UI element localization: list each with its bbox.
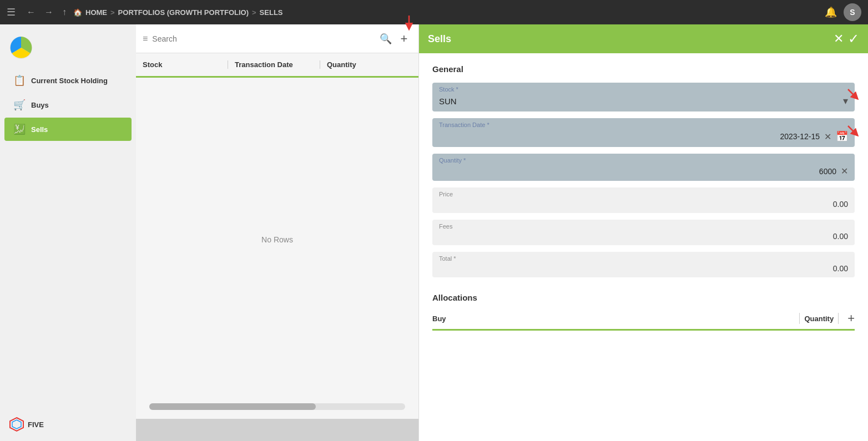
menu-icon[interactable]: ☰ — [7, 6, 16, 18]
fees-field: Fees 0.00 — [432, 220, 855, 245]
table-footer — [136, 419, 418, 441]
allocations-section: Allocations Buy Quantity + — [432, 293, 855, 331]
svg-line-5 — [848, 126, 856, 134]
sidebar-item-current-stock[interactable]: 📋 Current Stock Holding — [4, 69, 132, 92]
sidebar-label-current-stock: Current Stock Holding — [31, 77, 108, 85]
price-field: Price 0.00 — [432, 187, 855, 213]
sidebar-item-buys[interactable]: 🛒 Buys — [4, 93, 132, 116]
sidebar-logo — [0, 30, 136, 69]
breadcrumb-sep-2: > — [252, 8, 256, 17]
stock-label: Stock * — [439, 86, 848, 93]
list-panel: ≡ 🔍 + Stock Transaction Date Quantity No… — [136, 24, 419, 441]
fees-label: Fees — [439, 223, 848, 230]
add-arrow-indicator — [401, 14, 417, 31]
up-button[interactable]: ↑ — [60, 5, 69, 19]
scrollbar-area — [136, 401, 418, 419]
total-value: 0.00 — [439, 264, 848, 273]
price-value: 0.00 — [439, 200, 848, 209]
alloc-divider — [799, 313, 800, 324]
table-body: No Rows — [136, 78, 418, 401]
alloc-quantity-label: Quantity — [804, 315, 834, 323]
sells-breadcrumb-label[interactable]: SELLS — [260, 8, 283, 17]
quantity-value: 6000 — [439, 167, 836, 176]
back-button[interactable]: ← — [24, 5, 38, 19]
sidebar-item-sells[interactable]: 💹 Sells — [4, 118, 132, 141]
home-label[interactable]: HOME — [85, 8, 107, 17]
quantity-label: Quantity * — [439, 157, 848, 164]
alloc-buy-label: Buy — [432, 315, 795, 323]
col-quantity: Quantity — [320, 60, 412, 69]
app-logo — [9, 36, 33, 60]
five-logo: FIVE — [9, 417, 127, 432]
breadcrumb: 🏠 HOME > PORTFOLIOS (GROWTH PORTFOLIO) >… — [73, 8, 283, 17]
col-date: Transaction Date — [228, 60, 320, 69]
buys-icon: 🛒 — [13, 99, 26, 111]
sells-close-button[interactable]: ✕ — [834, 32, 844, 46]
price-label: Price — [439, 191, 848, 197]
avatar[interactable]: S — [844, 3, 861, 21]
sells-panel: Sells ✕ ✓ General Stock * SUN ▾ — [419, 24, 868, 441]
stock-arrow-indicator — [846, 87, 859, 103]
search-bar: ≡ 🔍 + — [136, 24, 418, 53]
total-label: Total * — [439, 255, 848, 262]
current-stock-icon: 📋 — [13, 74, 26, 87]
col-stock: Stock — [143, 60, 228, 69]
breadcrumb-sep-1: > — [110, 8, 115, 17]
sidebar-bottom: FIVE — [0, 408, 136, 441]
date-value: 2023-12-15 — [439, 132, 820, 141]
svg-marker-2 — [12, 420, 21, 429]
stock-field: Stock * SUN ▾ — [432, 83, 855, 111]
sidebar-label-buys: Buys — [31, 101, 49, 109]
quantity-field: Quantity * 6000 ✕ — [432, 154, 855, 181]
sells-body: General Stock * SUN ▾ — [419, 53, 868, 441]
sells-confirm-button[interactable]: ✓ — [848, 31, 859, 47]
allocations-header: Buy Quantity + — [432, 311, 855, 331]
date-arrow-indicator — [846, 124, 859, 139]
scroll-thumb[interactable] — [149, 403, 316, 410]
topbar-right: 🔔 S — [825, 3, 861, 21]
general-section-title: General — [432, 64, 855, 74]
topbar: ☰ ← → ↑ 🏠 HOME > PORTFOLIOS (GROWTH PORT… — [0, 0, 868, 24]
search-icon[interactable]: 🔍 — [380, 33, 392, 45]
add-button[interactable]: + — [396, 31, 412, 47]
allocations-title: Allocations — [432, 293, 855, 302]
home-icon: 🏠 — [73, 8, 82, 17]
alloc-qty-divider — [838, 313, 839, 324]
bell-icon[interactable]: 🔔 — [825, 6, 837, 18]
empty-message: No Rows — [261, 235, 293, 244]
quantity-clear-icon[interactable]: ✕ — [841, 166, 848, 176]
total-field: Total * 0.00 — [432, 252, 855, 277]
alloc-add-button[interactable]: + — [847, 311, 855, 326]
sells-header: Sells ✕ ✓ — [419, 24, 868, 53]
sidebar: 📋 Current Stock Holding 🛒 Buys 💹 Sells F… — [0, 24, 136, 441]
sidebar-nav: 📋 Current Stock Holding 🛒 Buys 💹 Sells — [0, 69, 136, 141]
filter-icon: ≡ — [143, 34, 148, 44]
sells-title: Sells — [428, 33, 834, 45]
portfolios-label[interactable]: PORTFOLIOS (GROWTH PORTFOLIO) — [118, 8, 249, 17]
five-logo-icon — [9, 417, 24, 432]
forward-button[interactable]: → — [42, 5, 55, 19]
transaction-date-field: Transaction Date * 2023-12-15 ✕ 📅 — [432, 118, 855, 147]
stock-value: SUN — [439, 97, 843, 106]
fees-value: 0.00 — [439, 232, 848, 241]
date-clear-icon[interactable]: ✕ — [824, 131, 831, 142]
content-row: ≡ 🔍 + Stock Transaction Date Quantity No… — [136, 24, 868, 441]
search-input[interactable] — [152, 34, 375, 43]
sells-icon: 💹 — [13, 123, 26, 135]
date-label: Transaction Date * — [439, 121, 848, 128]
main-layout: 📋 Current Stock Holding 🛒 Buys 💹 Sells F… — [0, 24, 868, 441]
five-logo-text: FIVE — [28, 420, 44, 429]
horizontal-scrollbar[interactable] — [149, 403, 405, 410]
svg-line-4 — [848, 89, 856, 97]
table-header: Stock Transaction Date Quantity — [136, 53, 418, 78]
sidebar-label-sells: Sells — [31, 125, 48, 134]
